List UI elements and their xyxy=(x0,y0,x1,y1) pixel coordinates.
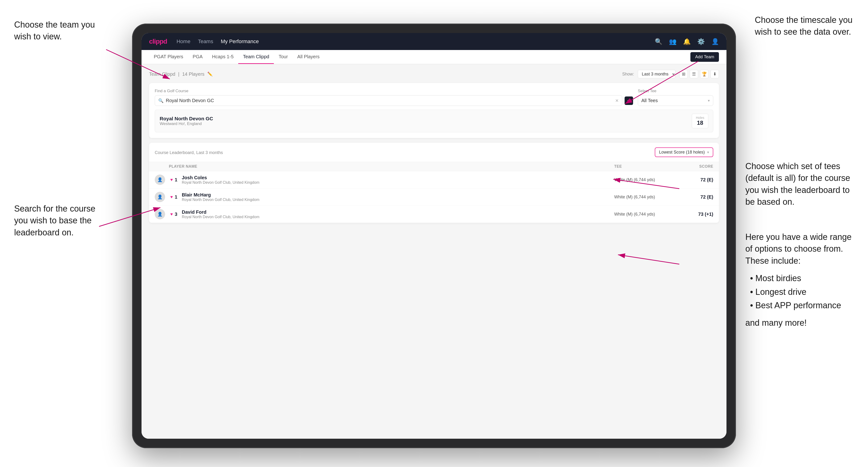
col-tee-header: TEE xyxy=(614,164,685,168)
annotation-bottom-left: Search for the course you wish to base t… xyxy=(14,203,104,239)
sub-nav: PGAT Players PGA Hcaps 1-5 Team Clippd T… xyxy=(142,50,726,64)
player-info-2: Blair McHarg Royal North Devon Golf Club… xyxy=(182,192,614,202)
main-content: Team Clippd | 14 Players ✏️ Show: Last 3… xyxy=(142,64,726,439)
player-rank-1: 1 xyxy=(175,177,182,183)
course-search-input[interactable] xyxy=(166,98,613,103)
col-score-header: SCORE xyxy=(685,164,713,168)
leaderboard-card: Course Leaderboard, Last 3 months Lowest… xyxy=(149,143,719,223)
app-container: clippd Home Teams My Performance 🔍 👥 🔔 ⚙… xyxy=(142,33,726,439)
annotation-top-right: Choose the timescale you wish to see the… xyxy=(755,14,854,38)
heart-icon-3: ♥ xyxy=(170,212,173,217)
subnav-hcaps[interactable]: Hcaps 1-5 xyxy=(207,50,238,64)
leaderboard-title: Course Leaderboard, Last 3 months xyxy=(155,150,223,155)
player-rank-2: 1 xyxy=(175,194,182,200)
ipad-device: clippd Home Teams My Performance 🔍 👥 🔔 ⚙… xyxy=(132,24,736,448)
options-list: Most birdies Longest drive Best APP perf… xyxy=(750,272,854,312)
player-info-1: Josh Coles Royal North Devon Golf Club, … xyxy=(182,175,614,185)
course-result-name: Royal North Devon GC xyxy=(160,116,213,121)
search-row: Find a Golf Course 🔍 ✕ ★ xyxy=(155,89,713,106)
player-tee-3: White (M) (6,744 yds) xyxy=(614,212,685,217)
player-club-3: Royal North Devon Golf Club, United King… xyxy=(182,215,614,219)
grid-view-button[interactable]: ⊞ xyxy=(679,70,688,78)
nav-home[interactable]: Home xyxy=(177,38,190,44)
team-header-right: Show: Last 3 months Last month Last 6 mo… xyxy=(622,70,719,78)
nav-teams[interactable]: Teams xyxy=(198,38,213,44)
nav-my-performance[interactable]: My Performance xyxy=(221,38,259,44)
favorite-button[interactable]: ★ xyxy=(625,96,633,105)
search-icon[interactable]: 🔍 xyxy=(655,38,662,45)
show-label: Show: xyxy=(622,72,634,76)
subnav-all-players[interactable]: All Players xyxy=(292,50,324,64)
player-tee-1: White (M) (6,744 yds) xyxy=(614,177,685,182)
subnav-tour[interactable]: Tour xyxy=(274,50,292,64)
team-title: Team Clippd | 14 Players ✏️ xyxy=(149,71,213,77)
team-separator: | xyxy=(178,71,179,77)
table-row[interactable]: 👤 ♥ 1 Blair McHarg Royal North Devon Gol… xyxy=(149,188,719,206)
nav-right: 🔍 👥 🔔 ⚙️ 👤 xyxy=(655,38,719,45)
table-row[interactable]: 👤 ♥ 3 David Ford Royal North Devon Golf … xyxy=(149,206,719,223)
clear-search-button[interactable]: ✕ xyxy=(615,98,619,103)
user-avatar-icon[interactable]: 👤 xyxy=(711,38,719,45)
course-search-label: Find a Golf Course xyxy=(155,89,633,93)
tee-select-label: Select Tee xyxy=(638,89,713,93)
search-card: Find a Golf Course 🔍 ✕ ★ xyxy=(149,83,719,138)
timescale-select[interactable]: Last 3 months Last month Last 6 months L… xyxy=(638,70,676,78)
leaderboard-table-header: PLAYER NAME TEE SCORE xyxy=(149,162,719,171)
player-info-3: David Ford Royal North Devon Golf Club, … xyxy=(182,210,614,219)
course-result-location: Westward Ho!, England xyxy=(160,121,213,126)
list-view-button[interactable]: ☰ xyxy=(690,70,698,78)
subnav-pgat[interactable]: PGAT Players xyxy=(149,50,188,64)
trophy-button[interactable]: 🏆 xyxy=(700,70,709,78)
course-search-group: Find a Golf Course 🔍 ✕ ★ xyxy=(155,89,633,106)
course-result-info: Royal North Devon GC Westward Ho!, Engla… xyxy=(160,116,213,126)
nav-links: Home Teams My Performance xyxy=(177,38,259,44)
add-team-button[interactable]: Add Team xyxy=(690,52,719,62)
table-row[interactable]: 👤 ♥ 1 Josh Coles Royal North Devon Golf … xyxy=(149,171,719,188)
course-search-icon: 🔍 xyxy=(158,98,163,103)
tee-chevron-icon: ▾ xyxy=(708,98,710,103)
heart-icon-1: ♥ xyxy=(170,177,173,182)
tee-select-dropdown[interactable]: All Tees ▾ xyxy=(638,95,713,106)
option-app: Best APP performance xyxy=(750,299,854,312)
subnav-pga[interactable]: PGA xyxy=(188,50,207,64)
subnav-team-clippd[interactable]: Team Clippd xyxy=(238,50,274,64)
player-avatar-3: 👤 xyxy=(155,209,165,219)
edit-icon[interactable]: ✏️ xyxy=(207,71,213,76)
player-name-1: Josh Coles xyxy=(182,175,614,181)
settings-icon[interactable]: ⚙️ xyxy=(697,38,705,45)
player-club-2: Royal North Devon Golf Club, United King… xyxy=(182,198,614,202)
player-score-3: 73 (+1) xyxy=(685,212,713,217)
player-avatar-2: 👤 xyxy=(155,192,165,202)
bell-icon[interactable]: 🔔 xyxy=(683,38,691,45)
team-header: Team Clippd | 14 Players ✏️ Show: Last 3… xyxy=(149,70,719,78)
annotation-bottom-left-text: Search for the course you wish to base t… xyxy=(14,204,95,237)
download-button[interactable]: ⬇ xyxy=(710,70,719,78)
heart-icon-2: ♥ xyxy=(170,195,173,199)
leaderboard-title-main: Course Leaderboard, xyxy=(155,150,195,155)
annotation-bottom-right-footer: and many more! xyxy=(745,317,854,329)
holes-value: 18 xyxy=(696,120,704,126)
course-result[interactable]: Royal North Devon GC Westward Ho!, Engla… xyxy=(155,110,713,132)
view-icons: ⊞ ☰ 🏆 ⬇ xyxy=(679,70,719,78)
player-name-3: David Ford xyxy=(182,210,614,215)
people-icon[interactable]: 👥 xyxy=(669,38,677,45)
annotation-middle-right-text: Choose which set of tees (default is all… xyxy=(745,161,850,207)
player-tee-2: White (M) (6,744 yds) xyxy=(614,195,685,199)
tee-select-value: All Tees xyxy=(641,98,658,103)
leaderboard-title-sub: Last 3 months xyxy=(196,150,223,155)
annotation-top-right-text: Choose the timescale you wish to see the… xyxy=(755,15,852,36)
col-rank-header xyxy=(155,164,169,168)
player-avatar-1: 👤 xyxy=(155,175,165,185)
player-name-2: Blair McHarg xyxy=(182,192,614,198)
annotation-middle-right: Choose which set of tees (default is all… xyxy=(745,160,854,208)
team-name: Team Clippd xyxy=(149,71,175,77)
annotation-top-left: Choose the team you wish to view. xyxy=(14,19,104,43)
option-drive: Longest drive xyxy=(750,285,854,299)
player-club-1: Royal North Devon Golf Club, United King… xyxy=(182,181,614,185)
nav-logo: clippd xyxy=(149,38,167,45)
tee-select-group: Select Tee All Tees ▾ xyxy=(638,89,713,106)
score-select-box[interactable]: Lowest Score (18 holes) ▾ xyxy=(655,148,713,157)
player-score-1: 72 (E) xyxy=(685,177,713,183)
holes-label: Holes xyxy=(696,116,704,120)
col-player-header: PLAYER NAME xyxy=(169,164,614,168)
